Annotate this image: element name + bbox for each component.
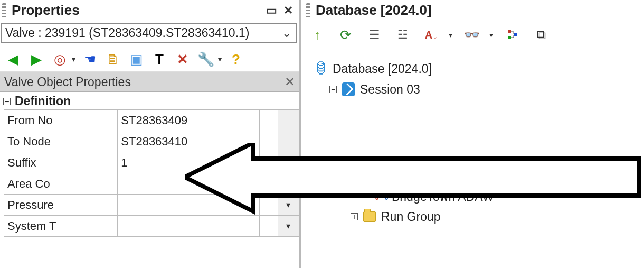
tree-demand-group[interactable]: − ∿ Demand Diagram Group xyxy=(352,166,644,187)
list-sort-icon[interactable]: ☳ xyxy=(394,26,412,44)
properties-title: Properties xyxy=(12,2,80,19)
text-icon[interactable]: T xyxy=(150,50,168,68)
wave-icon: ∿∿ xyxy=(373,189,387,204)
prop-extra xyxy=(259,131,278,152)
tree-dots-icon[interactable] xyxy=(504,26,522,44)
prop-value[interactable] xyxy=(118,216,260,237)
database-panel: Database [2024.0] ↑ ⟳ ☰ ☳ A↓ ▾ 👓 ▾ ⧉ 🛢 D… xyxy=(301,0,644,268)
prop-scroll xyxy=(278,173,299,195)
dropdown-caret-icon[interactable]: ▾ xyxy=(489,31,493,39)
prev-icon[interactable]: ◀ xyxy=(4,50,22,68)
prop-value[interactable] xyxy=(118,195,260,216)
group-header[interactable]: − Definition xyxy=(4,94,299,108)
dropdown-caret-icon[interactable]: ▾ xyxy=(449,31,452,39)
prop-value[interactable]: 1 xyxy=(118,152,260,173)
prop-label: Suffix xyxy=(4,152,118,173)
chevron-down-icon[interactable]: ⌄ xyxy=(280,26,293,40)
database-toolbar: ↑ ⟳ ☰ ☳ A↓ ▾ 👓 ▾ ⧉ xyxy=(301,22,644,49)
table-row: To NodeST28363410 xyxy=(4,131,299,152)
collapse-icon[interactable]: − xyxy=(351,172,358,180)
section-close-icon[interactable]: ✕ xyxy=(285,75,295,89)
wave-icon: ∿ xyxy=(362,169,377,183)
group-title: Definition xyxy=(15,94,71,108)
prop-extra xyxy=(259,110,278,131)
database-tree: 🛢 Database [2024.0] − Session 03 − ∿ Dem… xyxy=(301,49,644,227)
up-arrow-icon[interactable]: ↑ xyxy=(308,26,326,44)
database-icon: 🛢 xyxy=(314,61,328,76)
tree-label: Session 03 xyxy=(360,80,420,99)
collapse-icon[interactable]: − xyxy=(329,86,337,93)
refresh-icon[interactable]: ⟳ xyxy=(337,26,355,44)
prop-value[interactable]: ST28363409 xyxy=(118,110,260,131)
prop-label: System T xyxy=(4,216,118,237)
tree-root[interactable]: 🛢 Database [2024.0] xyxy=(314,59,644,79)
target-icon[interactable]: ◎ xyxy=(51,50,69,68)
object-selector-text: Valve : 239191 (ST28363409.ST28363410.1) xyxy=(5,26,280,40)
folder-icon xyxy=(362,209,377,224)
grip-icon xyxy=(306,3,310,18)
wrench-icon[interactable]: 🔧 xyxy=(197,50,215,68)
list-icon[interactable]: ☰ xyxy=(365,26,383,44)
table-row: Suffix1 xyxy=(4,152,299,173)
database-title: Database [2024.0] xyxy=(316,2,432,19)
maximize-icon[interactable]: ▭ xyxy=(264,4,278,17)
properties-toolbar: ◀ ▶ ◎ ▾ ☚ 🗎 ▣ T ✕ 🔧 ▾ ? xyxy=(0,47,299,72)
tree-label: Database [2024.0] xyxy=(333,60,432,78)
properties-panel: Properties ▭ ✕ Valve : 239191 (ST2836340… xyxy=(0,0,301,268)
sort-az-icon[interactable]: A↓ xyxy=(422,26,440,44)
grip-icon xyxy=(2,3,6,18)
prop-scroll xyxy=(278,152,299,173)
prop-extra xyxy=(259,195,278,216)
section-header: Valve Object Properties ✕ xyxy=(0,72,299,92)
help-icon[interactable]: ? xyxy=(227,50,245,68)
chevron-down-icon[interactable]: ▾ xyxy=(281,200,296,210)
prop-extra xyxy=(259,216,278,237)
note-icon[interactable]: 🗎 xyxy=(104,50,122,68)
prop-scroll[interactable]: ▾ xyxy=(278,195,299,216)
section-title: Valve Object Properties xyxy=(4,75,131,89)
expand-icon[interactable]: + xyxy=(351,213,358,220)
close-icon[interactable]: ✕ xyxy=(281,4,295,17)
svg-rect-0 xyxy=(508,30,511,33)
table-row: Area Co xyxy=(4,173,299,195)
tree-session[interactable]: − Session 03 xyxy=(330,79,644,100)
tree-bridge[interactable]: ∿∿ BridgeTown ADAW xyxy=(373,187,644,207)
chart-icon[interactable]: ▣ xyxy=(127,50,145,68)
pipe-icon xyxy=(341,82,356,97)
prop-scroll[interactable]: ▾ xyxy=(278,216,299,237)
properties-header: Properties ▭ ✕ xyxy=(0,0,299,22)
svg-rect-1 xyxy=(508,36,511,39)
chevron-down-icon[interactable]: ▾ xyxy=(281,221,296,231)
dropdown-caret-icon[interactable]: ▾ xyxy=(72,55,75,63)
properties-table: From NoST28363409To NodeST28363410Suffix… xyxy=(4,109,299,237)
tree-label: BridgeTown ADAW xyxy=(392,188,494,206)
collapse-icon[interactable]: − xyxy=(3,98,11,105)
tree-run-group[interactable]: + Run Group xyxy=(352,207,644,227)
prop-scroll xyxy=(278,110,299,131)
table-row: Pressure▾ xyxy=(4,195,299,216)
prop-label: From No xyxy=(4,110,118,131)
prop-value[interactable] xyxy=(118,173,260,195)
prop-extra xyxy=(259,173,278,195)
table-row: System T▾ xyxy=(4,216,299,237)
prop-value[interactable]: ST28363410 xyxy=(118,131,260,152)
tree-label: Run Group xyxy=(381,208,441,226)
dropdown-caret-icon[interactable]: ▾ xyxy=(218,55,222,63)
table-row: From NoST28363409 xyxy=(4,110,299,131)
prop-label: To Node xyxy=(4,131,118,152)
tree-label: Demand Diagram Group xyxy=(381,167,514,186)
prop-extra xyxy=(259,152,278,173)
object-selector[interactable]: Valve : 239191 (ST28363409.ST28363410.1)… xyxy=(1,23,297,43)
window-find-icon[interactable]: ⧉ xyxy=(532,26,550,44)
svg-rect-2 xyxy=(514,33,517,36)
prop-label: Area Co xyxy=(4,173,118,195)
binoculars-icon[interactable]: 👓 xyxy=(463,26,481,44)
prop-label: Pressure xyxy=(4,195,118,216)
next-icon[interactable]: ▶ xyxy=(27,50,45,68)
database-header: Database [2024.0] xyxy=(301,0,644,22)
prop-scroll xyxy=(278,131,299,152)
hand-icon[interactable]: ☚ xyxy=(81,50,99,68)
delete-icon[interactable]: ✕ xyxy=(174,50,192,68)
